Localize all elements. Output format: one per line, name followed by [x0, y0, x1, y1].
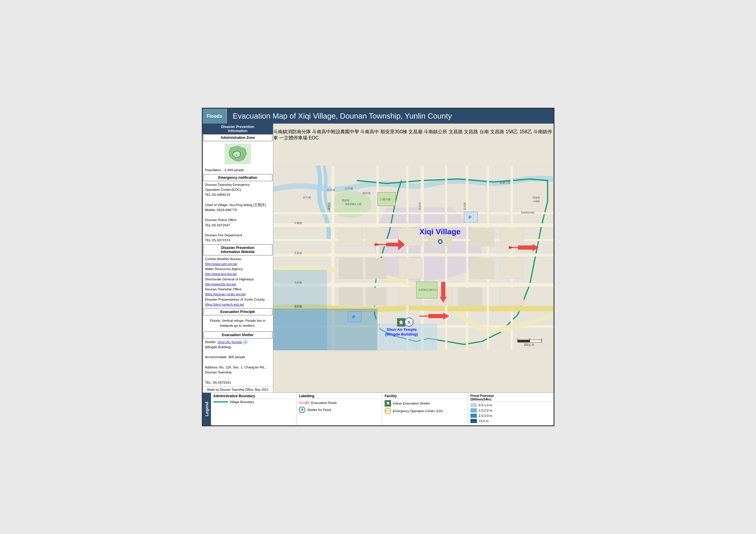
svg-rect-26	[398, 258, 422, 279]
shelter-flood-icon: 水	[299, 407, 305, 413]
flood-swatch-3	[471, 414, 477, 418]
svg-rect-68	[428, 314, 443, 318]
svg-text:地里雲橡木公園: 地里雲橡木公園	[344, 203, 361, 206]
svg-rect-91	[299, 402, 307, 403]
admin-zone-map: ★	[203, 141, 273, 166]
evac-shelter-title: Evacuation Shelter	[203, 331, 272, 339]
shelter-name: Shelter: Shun An Temple 水 (Mingde Buildi…	[205, 340, 271, 350]
evac-principle-text: Floods: Vertical refuge. People live in …	[203, 315, 273, 331]
svg-rect-33	[365, 288, 386, 306]
sidebar: Disaster PreventionInformation Administr…	[203, 124, 273, 393]
legend-facility-title: Facility	[385, 394, 465, 399]
svg-text:八德公園: 八德公園	[380, 198, 391, 201]
flood-swatch-1	[471, 403, 477, 407]
contact-1-tel: TEL:05-5969119	[205, 193, 230, 196]
outer-frame: Floods Evacuation Map of Xiqi Village, D…	[202, 108, 554, 426]
svg-text:石牛溪: 石牛溪	[303, 196, 311, 199]
legend-bar: Legend Administrative Boundary Village B…	[203, 393, 554, 425]
svg-text:★: ★	[236, 154, 238, 156]
svg-rect-22	[365, 228, 386, 246]
svg-rect-78	[518, 340, 530, 342]
shelter-name-text: Shun An Temple	[217, 340, 242, 344]
admin-zone-title: Administration Zone	[203, 134, 272, 141]
contact-4-tel: TEL:05-5972374	[205, 239, 230, 242]
flood-range-1: 0.5-1.0 m	[479, 403, 492, 407]
svg-text:永安街: 永安街	[418, 203, 421, 211]
header-title: Evacuation Map of Xiqi Village, Dounan T…	[227, 109, 458, 124]
svg-rect-28	[470, 228, 494, 246]
cwb-link[interactable]: http://www.cwb.gov.tw/	[205, 262, 237, 266]
contact-1: Dounan Township EmergencyOperation Cente…	[205, 182, 271, 197]
indoor-shelter-label: Indoor Evacuation Shelter	[393, 402, 430, 405]
contact-2-tel: Mobile: 0919-696779	[205, 208, 237, 212]
shelter-tel: TEL: 05-5972541	[205, 380, 271, 385]
legend-sections: Administrative Boundary Village Boundary…	[211, 393, 554, 425]
population-label: Population：2,449 people	[205, 167, 271, 173]
flood-level-3: 2.0-3.0 m	[471, 414, 551, 418]
svg-rect-36	[458, 288, 482, 306]
evac-route-label: Evacuation Route	[311, 401, 337, 405]
svg-rect-66	[441, 282, 445, 297]
emergency-title: Emergency notification	[203, 174, 272, 181]
website-thb: Directorate General of Highways http://w…	[205, 277, 271, 287]
svg-rect-37	[500, 288, 524, 306]
svg-text:斗南鎮: 斗南鎮	[532, 200, 539, 203]
legend-facility: Facility 食 Indoor Evacuation Shelter EOC…	[382, 393, 468, 425]
svg-text:水: 水	[407, 320, 411, 324]
svg-text:石牛溪: 石牛溪	[345, 187, 353, 190]
legend-flood-potential: Flood Potential(500mm/24hr) 0.5-1.0 m 1.…	[468, 393, 554, 425]
dp-website-title: Disaster PreventionInformation Website	[203, 244, 272, 255]
map-area: 西村里 地里雲橡木公園	[273, 124, 554, 393]
website-dpyl: Disaster Preparedness of Yunlin County h…	[205, 297, 271, 307]
water-icon: 水	[243, 340, 248, 344]
disaster-info-title: Disaster PreventionInformation	[203, 124, 273, 134]
dp-websites: Central Weather Bureau http://www.cwb.go…	[203, 255, 273, 309]
dounan-link[interactable]: https://dounan.yunlin.gov.tw/	[205, 292, 246, 296]
svg-text:文化路: 文化路	[463, 203, 466, 211]
svg-text:五里整合活動中心: 五里整合活動中心	[418, 289, 437, 292]
svg-text:西村里: 西村里	[363, 192, 370, 195]
village-boundary-label: Village Boundary	[230, 400, 254, 404]
flood-swatch-2	[471, 408, 477, 413]
flood-level-4: >3.0 m	[471, 419, 551, 423]
map-svg: 西村里 地里雲橡木公園	[273, 124, 554, 393]
svg-rect-29	[500, 228, 524, 246]
legend-flood-title: Flood Potential(500mm/24hr)	[471, 394, 551, 402]
indoor-shelter-icon: 食	[385, 400, 391, 407]
shelter-accommodate: Accommodate: 800 people	[205, 355, 271, 360]
footer-text: Made by Dounan Township Office, May 2022	[207, 388, 269, 391]
svg-rect-23	[339, 258, 363, 279]
legend-labelling: Labelling Evacuation Route 水 Shelter for…	[296, 393, 382, 425]
village-boundary-line	[213, 401, 228, 402]
svg-text:食: 食	[399, 320, 403, 325]
flood-range-3: 2.0-3.0 m	[479, 414, 492, 418]
legend-shelter-flood: 水 Shelter for Flood	[299, 407, 380, 413]
header-tag: Floods	[203, 109, 227, 124]
legend-eoc: EOC Emergency Operation Center, EOC	[385, 408, 465, 414]
legend-admin-boundary: Administrative Boundary Village Boundary	[211, 393, 296, 425]
thb-link[interactable]: http://www.thb.gov.tw/	[205, 282, 236, 286]
svg-text:P: P	[468, 215, 471, 219]
evac-route-icon	[299, 400, 310, 405]
legend-village-boundary: Village Boundary	[213, 400, 294, 404]
svg-text:西村里: 西村里	[342, 199, 350, 202]
legend-label: Legend	[203, 393, 211, 425]
website-dounan: Dounan Township Office https://dounan.yu…	[205, 287, 271, 297]
wra-link[interactable]: http://www.wra.gov.tw/	[205, 272, 237, 276]
contact-4: Dounan Fire Department TEL:05-5972374	[205, 233, 271, 243]
evac-shelter-info: Shelter: Shun An Temple 水 (Mingde Buildi…	[203, 339, 273, 386]
svg-rect-24	[365, 258, 386, 279]
evac-principle-title: Evacuation Principle	[203, 308, 272, 315]
contact-3-tel: TEL:05-5972047	[205, 223, 230, 227]
svg-text:雲林縣自強館: 雲林縣自強館	[521, 211, 535, 214]
legend-admin-title: Administrative Boundary	[213, 394, 294, 399]
svg-rect-30	[470, 258, 494, 279]
dpyl-link[interactable]: https://dpyl.yuntech.edu.tw/	[205, 303, 244, 306]
svg-text:中興路: 中興路	[294, 222, 302, 225]
evac-principle-content: Floods: Vertical refuge. People live in …	[205, 317, 271, 330]
flood-level-1: 0.5-1.0 m	[471, 403, 551, 407]
eoc-icon: EOC	[385, 408, 391, 414]
emergency-contacts: Dounan Township EmergencyOperation Cente…	[203, 181, 273, 244]
website-cwb: Central Weather Bureau http://www.cwb.go…	[205, 257, 271, 267]
eoc-label: Emergency Operation Center, EOC	[393, 409, 444, 413]
